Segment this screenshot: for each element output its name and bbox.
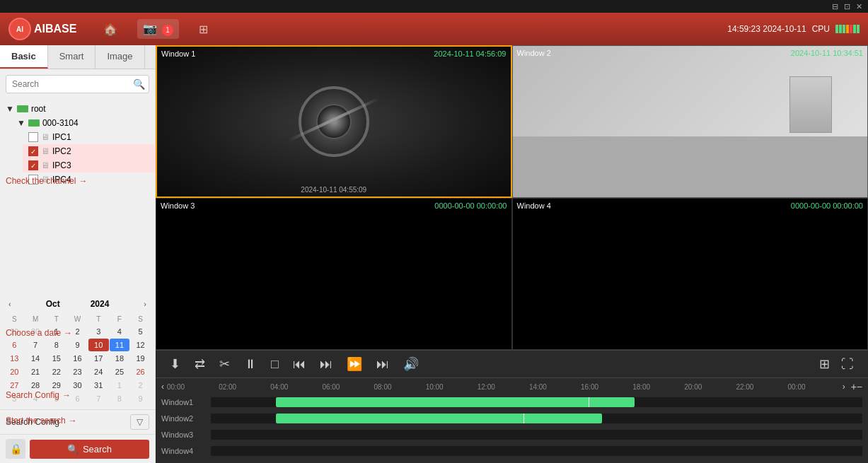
tab-smart[interactable]: Smart [48,45,96,69]
cal-day-29-prev[interactable]: 29 [4,325,25,338]
cal-day-14[interactable]: 14 [25,352,46,365]
cal-day-26[interactable]: 26 [130,365,151,378]
cal-day-22[interactable]: 22 [46,365,66,378]
cal-day-28[interactable]: 28 [25,379,46,392]
cal-day-10[interactable]: 10 [88,339,109,351]
download-btn[interactable]: ⬇ [167,355,183,373]
sync-btn[interactable]: ⇄ [192,355,208,373]
search-icon[interactable]: 🔍 [133,78,145,90]
tab-image[interactable]: Image [96,45,144,69]
cal-day-2-next[interactable]: 2 [130,379,151,392]
ipc2-checkbox[interactable]: ✓ [28,146,38,156]
win1-ts-bottom: 2024-10-11 04:55:09 [301,186,366,194]
cal-day-19[interactable]: 19 [130,352,151,365]
filter-button[interactable]: ▽ [130,414,149,430]
cal-day-25[interactable]: 25 [110,365,130,378]
ipc1-checkbox[interactable] [28,132,38,142]
tl-bar-3[interactable] [211,430,862,440]
tree-leaf-ipc2[interactable]: ✓ 🖥 IPC2 [23,144,155,158]
fast-btn[interactable]: ⏩ [344,355,365,373]
cpu-seg1 [835,25,838,33]
cal-day-17[interactable]: 17 [88,352,109,365]
ipc3-checkbox[interactable]: ✓ [28,160,38,170]
zoom-out-btn[interactable]: − [857,381,862,392]
cal-day-5-next[interactable]: 5 [46,392,66,405]
grid-layout-btn[interactable]: ⊞ [816,355,833,373]
cal-day-20[interactable]: 20 [4,365,25,378]
tree-leaf-ipc3[interactable]: ✓ 🖥 IPC3 [23,158,155,172]
cal-day-1-next[interactable]: 1 [110,379,130,392]
cal-day-3[interactable]: 3 [88,325,109,338]
cal-day-7[interactable]: 7 [25,339,46,351]
tab-basic[interactable]: Basic [0,45,48,69]
prev-btn[interactable]: ⏮ [290,356,308,373]
cal-day-31[interactable]: 31 [88,379,109,392]
cal-day-8-next[interactable]: 8 [110,392,130,405]
cal-day-1[interactable]: 1 [46,325,66,338]
stop-btn[interactable]: □ [268,356,282,373]
cal-day-3-next[interactable]: 3 [4,392,25,405]
fullscreen-btn[interactable]: ⛶ [838,355,857,373]
video-window-1[interactable]: Window 1 2024-10-11 04:56:09 2024-10-11 … [156,45,512,198]
cal-day-27[interactable]: 27 [4,379,25,392]
slow-btn[interactable]: ⏭ [317,356,335,373]
cal-day-21[interactable]: 21 [25,365,46,378]
cal-day-24[interactable]: 24 [88,365,109,378]
cal-day-9-next[interactable]: 9 [130,392,151,405]
cal-day-6-next[interactable]: 6 [67,392,88,405]
ipc1-label: IPC1 [52,132,71,142]
close-icon[interactable]: ✕ [856,2,862,11]
next-btn[interactable]: ⏭ [374,356,392,373]
nav-camera[interactable]: 📷 1 [137,19,178,39]
tree-node-000-3104[interactable]: ▼ 000-3104 [11,116,155,130]
lock-icon[interactable]: 🔒 [6,439,25,459]
cal-day-15[interactable]: 15 [46,352,66,365]
zoom-in-btn[interactable]: + [851,381,857,392]
timeline-rows: Window1 Window2 Window3 [156,395,868,458]
cal-day-29[interactable]: 29 [46,379,66,392]
minimize-icon[interactable]: ⊟ [832,2,838,11]
search-input[interactable] [6,75,149,93]
cal-day-8[interactable]: 8 [46,339,66,351]
cal-day-2[interactable]: 2 [67,325,88,338]
cal-next[interactable]: › [139,298,151,310]
cal-day-16[interactable]: 16 [67,352,88,365]
tl-bar-4[interactable] [211,446,862,456]
video-window-4[interactable]: Window 4 0000-00-00 00:00:00 [512,198,869,351]
cal-day-11[interactable]: 11 [110,339,130,351]
cal-day-4[interactable]: 4 [110,325,130,338]
tree-leaf-ipc4[interactable]: 🖥 IPC4 [23,172,155,187]
cal-prev[interactable]: ‹ [4,298,16,310]
tree-root[interactable]: ▼ root [0,102,155,116]
volume-btn[interactable]: 🔊 [400,355,422,373]
cal-day-12[interactable]: 12 [130,339,151,351]
video-window-3[interactable]: Window 3 0000-00-00 00:00:00 [156,198,512,351]
timeline-next[interactable]: › [843,382,845,392]
cal-header: ‹ Oct 2024 › [4,298,151,310]
pause-btn[interactable]: ⏸ [241,356,260,373]
cal-day-30-prev[interactable]: 30 [25,325,46,338]
cal-day-13[interactable]: 13 [4,352,25,365]
cal-day-18[interactable]: 18 [110,352,130,365]
cal-day-30[interactable]: 30 [67,379,88,392]
timeline-prev[interactable]: ‹ [161,382,164,392]
cal-day-7-next[interactable]: 7 [88,392,109,405]
playback-controls: ⬇ ⇄ ✂ ⏸ □ ⏮ ⏭ ⏩ ⏭ 🔊 ⊞ ⛶ [156,350,868,377]
nav-grid[interactable]: ⊞ [193,20,214,39]
header-nav: 🏠 📷 1 ⊞ [98,19,213,39]
cal-dh-t2: T [88,314,109,324]
cal-day-23[interactable]: 23 [67,365,88,378]
nav-home[interactable]: 🏠 [98,20,123,39]
tl-bar-2[interactable] [211,414,862,423]
tl-bar-1[interactable] [211,397,862,407]
video-window-2[interactable]: Window 2 2024-10-11 10:34:51 [512,45,869,198]
cal-day-5[interactable]: 5 [130,325,151,338]
cal-day-6[interactable]: 6 [4,339,25,351]
maximize-icon[interactable]: ⊡ [844,2,850,11]
cut-btn[interactable]: ✂ [216,355,233,373]
ipc4-checkbox[interactable] [28,175,38,184]
tree-leaf-ipc1[interactable]: 🖥 IPC1 [23,130,155,144]
cal-day-4-next[interactable]: 4 [25,392,46,405]
cal-day-9[interactable]: 9 [67,339,88,351]
search-button[interactable]: 🔍 Search [30,440,149,459]
